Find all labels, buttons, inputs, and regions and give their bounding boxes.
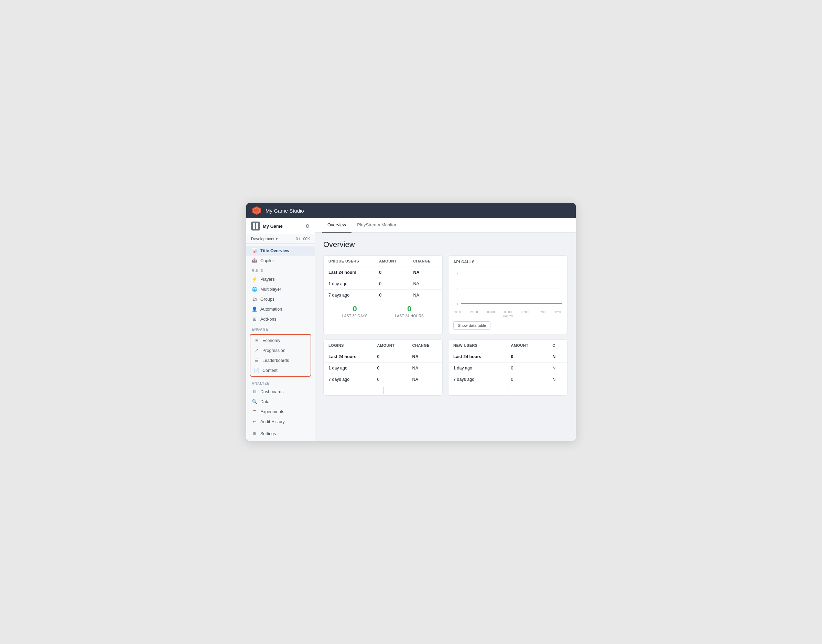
game-name: My Game	[263, 224, 283, 229]
logins-amount-header: Amount	[372, 340, 407, 351]
table-row: 7 days ago 0 NA	[324, 374, 442, 385]
addons-icon: ⊞	[252, 316, 257, 322]
studio-title: My Game Studio	[265, 208, 304, 214]
env-label: Development	[251, 237, 274, 241]
sidebar-item-players[interactable]: ⚡ Players	[246, 274, 315, 284]
settings-icon[interactable]: ⚙	[305, 223, 310, 229]
tab-playstream-monitor[interactable]: PlayStream Monitor	[352, 218, 402, 233]
row-label: 7 days ago	[449, 374, 506, 385]
table-row: Last 24 hours 0 NA	[324, 351, 442, 363]
sidebar-item-dashboards[interactable]: 🖥 Dashboards	[246, 387, 315, 397]
sidebar-item-data[interactable]: 🔍 Data	[246, 397, 315, 406]
logins-header: LOGINS	[324, 340, 372, 351]
row-label: 1 day ago	[324, 278, 374, 290]
game-icon	[251, 222, 260, 230]
sidebar-item-addons[interactable]: ⊞ Add-ons	[246, 314, 315, 324]
row-change: NA	[408, 278, 442, 290]
svg-rect-4	[253, 226, 255, 229]
logins-table: LOGINS Amount Change Last 24 hours 0 NA	[324, 340, 442, 385]
sidebar-item-multiplayer[interactable]: 🌐 Multiplayer	[246, 284, 315, 294]
table-row: 7 days ago 0 N	[449, 374, 567, 385]
row-change: NA	[407, 351, 442, 363]
sidebar-item-settings[interactable]: ⚙ Settings	[246, 428, 315, 439]
sidebar-item-copilot[interactable]: 🤖 Copilot	[246, 256, 315, 265]
logins-change-header: Change	[407, 340, 442, 351]
row-amount: 0	[374, 290, 408, 301]
unique-users-table: UNIQUE USERS Amount Change Last 24 hours…	[324, 256, 442, 301]
table-row: 1 day ago 0 N	[449, 363, 567, 374]
env-selector[interactable]: Development ▾ 0 / 100K	[246, 234, 315, 244]
row-change: NA	[408, 290, 442, 301]
sidebar-item-title-overview[interactable]: 📊 Title Overview	[246, 245, 315, 256]
svg-rect-2	[253, 223, 255, 226]
sidebar-item-experiments[interactable]: ⚗ Experiments	[246, 406, 315, 417]
row-amount: 0	[374, 278, 408, 290]
x-label: 21:00	[470, 310, 478, 314]
sidebar-item-automation[interactable]: 👤 Automation	[246, 304, 315, 314]
row-amount: 0	[372, 351, 407, 363]
row-amount: 0	[506, 351, 548, 363]
api-calls-chart: 2 1 0	[453, 270, 562, 308]
new-users-amount-header: Amount	[506, 340, 548, 351]
row-label: 7 days ago	[324, 374, 372, 385]
quota-label: 0 / 100K	[296, 237, 310, 241]
title-bar: My Game Studio	[246, 203, 576, 218]
row-label: 1 day ago	[449, 363, 506, 374]
x-label: 12:00	[554, 310, 562, 314]
chevron-down-icon: ▾	[276, 237, 277, 241]
mini-bar	[508, 387, 508, 394]
last-30-days-stat: 0 LAST 30 DAYS	[342, 304, 368, 318]
sidebar-item-economy[interactable]: ≡ Economy	[250, 336, 311, 345]
api-calls-card: API CALLS 2 1 0	[448, 255, 568, 334]
row-amount: 0	[372, 374, 407, 385]
settings-nav-icon: ⚙	[252, 431, 257, 436]
dashboards-icon: 🖥	[252, 389, 257, 394]
groups-icon: 🗂	[252, 296, 257, 302]
unique-users-card: UNIQUE USERS Amount Change Last 24 hours…	[323, 255, 442, 334]
new-users-chart-indicator	[449, 385, 567, 395]
sidebar-item-progression[interactable]: ↗ Progression	[250, 345, 311, 356]
chart-x-labels: 18:00 21:00 00:00 03:00 06:00 09:00 12:0…	[453, 310, 562, 314]
tab-overview[interactable]: Overview	[322, 218, 352, 233]
row-label: Last 24 hours	[449, 351, 506, 363]
svg-rect-5	[256, 226, 258, 229]
multiplayer-icon: 🌐	[252, 287, 257, 292]
svg-rect-3	[256, 223, 258, 226]
new-users-card: NEW USERS Amount C Last 24 hours 0 N	[448, 340, 568, 396]
unique-users-amount-header: Amount	[374, 256, 408, 267]
build-section-label: BUILD	[246, 265, 315, 274]
unique-users-footer: 0 LAST 30 DAYS 0 LAST 24 HOURS	[324, 301, 442, 321]
row-label: 1 day ago	[324, 363, 372, 374]
chart-area: 2 1 0	[453, 270, 562, 308]
unique-users-header: UNIQUE USERS	[324, 256, 374, 267]
page-content: Overview UNIQUE USERS Amount Change	[315, 233, 576, 441]
row-label: 7 days ago	[324, 290, 374, 301]
leaderboards-icon: ☰	[254, 358, 259, 363]
sidebar-item-audit-history[interactable]: ↩ Audit History	[246, 417, 315, 426]
x-label: 00:00	[487, 310, 495, 314]
unique-users-change-header: Change	[408, 256, 442, 267]
sidebar-item-leaderboards[interactable]: ☰ Leaderboards	[250, 356, 311, 365]
sidebar-item-content[interactable]: 📄 Content	[250, 365, 311, 375]
api-calls-title: API CALLS	[453, 260, 562, 267]
svg-text:0: 0	[457, 302, 458, 305]
new-users-table: NEW USERS Amount C Last 24 hours 0 N	[449, 340, 567, 385]
svg-text:1: 1	[457, 287, 458, 291]
show-data-table-button[interactable]: Show data table	[453, 321, 490, 330]
progression-icon: ↗	[254, 348, 259, 353]
row-amount: 0	[374, 267, 408, 278]
engage-section: ≡ Economy ↗ Progression ☰ Leaderboards 📄…	[250, 334, 311, 377]
table-row: 7 days ago 0 NA	[324, 290, 442, 301]
row-change: N	[548, 351, 567, 363]
sidebar-nav: 📊 Title Overview 🤖 Copilot BUILD ⚡ Playe…	[246, 244, 315, 441]
sidebar-item-groups[interactable]: 🗂 Groups	[246, 294, 315, 304]
sidebar: My Game ⚙ Development ▾ 0 / 100K 📊 Title…	[246, 218, 315, 441]
row-label: Last 24 hours	[324, 351, 372, 363]
row-change: N	[548, 374, 567, 385]
table-row: 1 day ago 0 NA	[324, 363, 442, 374]
audit-icon: ↩	[252, 419, 257, 424]
table-row: 1 day ago 0 NA	[324, 278, 442, 290]
new-users-header: NEW USERS	[449, 340, 506, 351]
x-label: 06:00	[521, 310, 529, 314]
row-change: NA	[407, 374, 442, 385]
